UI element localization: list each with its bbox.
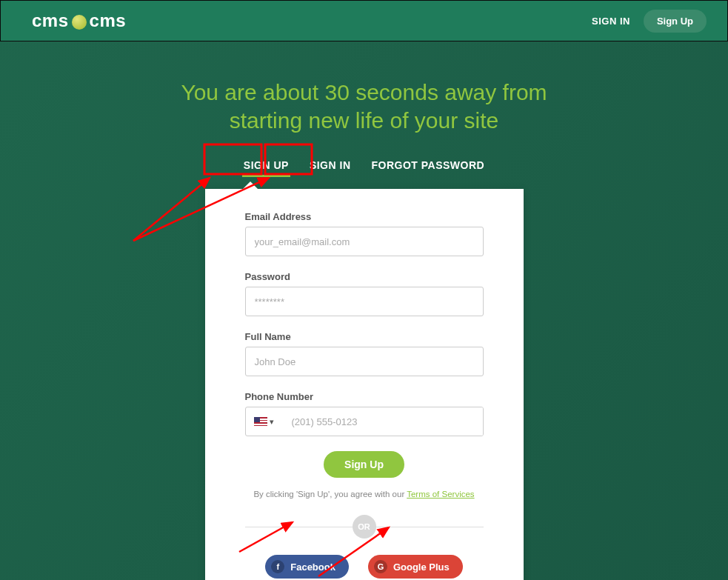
headline-line1: You are about 30 seconds away from <box>181 80 547 104</box>
tos-link[interactable]: Terms of Services <box>407 490 474 499</box>
tab-signin[interactable]: SIGN IN <box>308 155 353 176</box>
fullname-input[interactable] <box>245 347 484 376</box>
tos-prefix: By clicking 'Sign Up', you agree with ou… <box>253 490 407 499</box>
password-label: Password <box>245 271 484 282</box>
googleplus-label: Google Plus <box>393 561 450 573</box>
signup-card: Email Address Password Full Name Phone N… <box>205 189 524 580</box>
phone-country-selector[interactable]: ▾ <box>246 407 283 436</box>
logo-text-left: cms <box>32 10 69 31</box>
social-divider: OR <box>245 515 484 539</box>
logo: cms cms <box>32 10 126 31</box>
email-field-group: Email Address <box>245 211 484 256</box>
phone-label: Phone Number <box>245 391 484 402</box>
header-actions: SIGN IN Sign Up <box>592 10 707 33</box>
flag-us-icon <box>254 417 267 426</box>
header-signup-button[interactable]: Sign Up <box>644 10 707 33</box>
signup-card-wrap: Email Address Password Full Name Phone N… <box>205 189 524 580</box>
tab-signup[interactable]: SIGN UP <box>242 155 290 176</box>
phone-input-wrap: ▾ <box>245 407 484 436</box>
password-field-group: Password <box>245 271 484 316</box>
googleplus-icon: G <box>374 560 387 573</box>
email-label: Email Address <box>245 211 484 222</box>
fullname-label: Full Name <box>245 331 484 342</box>
headline-line2: starting new life of your site <box>230 108 499 133</box>
header-signin-link[interactable]: SIGN IN <box>592 16 630 27</box>
fullname-field-group: Full Name <box>245 331 484 376</box>
auth-tabs: SIGN UP SIGN IN FORGOT PASSWORD <box>0 155 728 176</box>
top-header: cms cms SIGN IN Sign Up <box>0 0 728 41</box>
chevron-down-icon: ▾ <box>270 417 274 427</box>
tab-forgot-password[interactable]: FORGOT PASSWORD <box>370 155 487 176</box>
googleplus-login-button[interactable]: G Google Plus <box>368 555 463 579</box>
password-input[interactable] <box>245 287 484 316</box>
facebook-icon: f <box>271 560 284 573</box>
email-input[interactable] <box>245 227 484 256</box>
facebook-login-button[interactable]: f Facebook <box>265 555 349 579</box>
signup-submit-button[interactable]: Sign Up <box>324 451 404 478</box>
logo-text-right: cms <box>90 10 127 31</box>
page-headline: You are about 30 seconds away from start… <box>0 79 728 134</box>
phone-field-group: Phone Number ▾ <box>245 391 484 436</box>
social-buttons-row: f Facebook G Google Plus <box>245 555 484 579</box>
or-badge: OR <box>353 515 376 539</box>
tos-text: By clicking 'Sign Up', you agree with ou… <box>245 490 484 499</box>
phone-input[interactable] <box>283 407 483 436</box>
main-content: You are about 30 seconds away from start… <box>0 41 728 580</box>
facebook-label: Facebook <box>290 561 335 573</box>
logo-ball-icon <box>72 15 87 30</box>
